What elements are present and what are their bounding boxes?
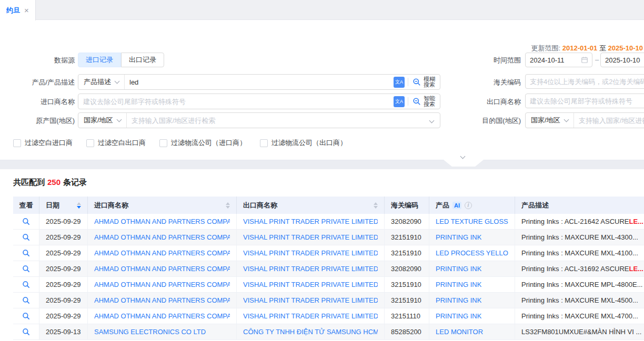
checkbox-filter-blank-exporter[interactable]: 过滤空白出口商 [86,138,146,148]
tab-close-icon[interactable]: × [24,6,29,15]
smart-search-button[interactable]: 智能搜索 [408,96,440,107]
date-cell: 2025-09-29 [39,261,88,276]
fuzzy-label-2: 搜索 [424,81,435,88]
header-label: 海关编码 [391,201,418,210]
exporter-search-input[interactable] [525,94,644,108]
export-records-button[interactable]: 出口记录 [121,53,164,67]
importer-link[interactable]: AHMAD OTHMAN AND PARTNERS COMPA... [94,281,230,288]
view-record-button[interactable] [22,265,30,273]
exporter-link[interactable]: VISHAL PRINT TRADER PRIVATE LIMITED [243,265,378,273]
description-cell: Printing Inks : ACL-21642 ASCURE LE... [515,214,644,229]
product-cell: PRINTING INK [429,293,515,308]
importer-link[interactable]: AHMAD OTHMAN AND PARTNERS COMPA... [94,312,230,320]
product-cell: PRINTING INK [429,230,515,245]
importer-link[interactable]: AHMAD OTHMAN AND PARTNERS COMPA... [94,218,230,225]
product-link[interactable]: LED MONITOR [436,328,483,336]
tab-bar: 约旦 × [0,0,644,20]
product-link[interactable]: PRINTING INK [436,233,481,241]
view-record-button[interactable] [22,233,30,241]
datasource-label: 数据源 [11,56,75,65]
checkbox-icon[interactable] [86,139,94,147]
sort-control-date[interactable] [77,202,81,209]
hs-code-cell: 32082090 [385,214,429,229]
checkbox-icon[interactable] [260,139,268,147]
view-cell [13,230,39,245]
time-end-input[interactable] [600,53,644,67]
exporter-link[interactable]: VISHAL PRINT TRADER PRIVATE LIMITED [243,249,378,257]
importer-cell: AHMAD OTHMAN AND PARTNERS COMPA... [88,261,237,276]
product-link[interactable]: PRINTING INK [436,296,481,304]
smart-label-2: 搜索 [424,101,435,107]
translate-icon[interactable]: 文A [394,96,405,107]
count-prefix: 共匹配到 [13,178,45,187]
importer-link[interactable]: AHMAD OTHMAN AND PARTNERS COMPA... [94,296,230,304]
product-link[interactable]: PRINTING INK [436,312,481,320]
country-select-value: 国家/地区 [531,116,560,125]
update-range-end: 2025-10-10 [608,44,643,52]
importer-link[interactable]: SAMSUNG ELECTRONICS CO LTD [94,328,206,336]
fuzzy-search-button[interactable]: 模糊搜索 [408,76,440,88]
checkbox-filter-blank-importer[interactable]: 过滤空白进口商 [13,138,73,148]
checkbox-filter-logistics-importer[interactable]: 过滤物流公司（进口商） [159,138,246,148]
product-link[interactable]: LED TEXTURE GLOSS ... [436,218,508,225]
checkbox-icon[interactable] [13,139,21,147]
product-link[interactable]: PRINTING INK [436,265,481,273]
table-row: 2025-09-29AHMAD OTHMAN AND PARTNERS COMP… [13,293,644,308]
checkbox-filter-logistics-exporter[interactable]: 过滤物流公司（出口商） [260,138,347,148]
calendar-icon[interactable] [581,56,588,65]
filter-checkboxes: 过滤空白进口商 过滤空白出口商 过滤物流公司（进口商） 过滤物流公司（出口商） [13,138,347,148]
table-row: 2025-09-29AHMAD OTHMAN AND PARTNERS COMP… [13,245,644,261]
product-cell: PRINTING INK [429,277,515,292]
importer-search-input[interactable] [78,98,390,106]
filter-panel: 更新范围: 2012-01-01 至 2025-10-10 数据源 进口记录 出… [0,20,644,160]
view-record-button[interactable] [22,281,30,288]
view-record-button[interactable] [22,328,30,336]
import-records-button[interactable]: 进口记录 [78,53,121,67]
tab-label: 约旦 [6,6,20,15]
exporter-link[interactable]: VISHAL PRINT TRADER PRIVATE LIMITED [243,312,378,320]
exporter-link[interactable]: VISHAL PRINT TRADER PRIVATE LIMITED [243,233,378,241]
view-record-button[interactable] [22,296,30,304]
origin-country-select[interactable]: 国家/地区 [78,113,127,128]
checkbox-label: 过滤空白进口商 [25,138,73,148]
description-cell: Printing Inks : MAXCURE MXL-4700... [515,308,644,324]
country-select-value: 国家/地区 [84,116,113,125]
product-link[interactable]: LED PROCESS YELLOW... [436,249,508,257]
exporter-link[interactable]: VISHAL PRINT TRADER PRIVATE LIMITED [243,296,378,304]
translate-icon[interactable]: 文A [394,77,405,88]
date-cell: 2025-09-29 [39,293,88,308]
view-record-button[interactable] [22,249,30,257]
exporter-cell: VISHAL PRINT TRADER PRIVATE LIMITED [237,245,385,261]
description-text: Printing Inks : ACL-21642 ASCURE [521,218,629,225]
view-cell [13,308,39,324]
sort-control-importer[interactable] [226,202,230,209]
info-icon[interactable]: i [465,202,472,209]
exporter-link[interactable]: VISHAL PRINT TRADER PRIVATE LIMITED [243,218,378,225]
product-type-select[interactable]: 产品描述 [78,75,125,89]
header-importer: 进口商名称 [88,197,237,214]
product-search-input[interactable] [125,78,390,86]
destination-country-select[interactable]: 国家/地区 [526,113,574,128]
importer-link[interactable]: AHMAD OTHMAN AND PARTNERS COMPA... [94,249,230,257]
description-text: Printing Inks : MAXCURE MXL-4700... [521,312,638,320]
importer-link[interactable]: AHMAD OTHMAN AND PARTNERS COMPA... [94,265,230,273]
product-label: 产品/产品描述 [11,78,75,87]
date-cell: 2025-09-29 [39,245,88,261]
view-record-button[interactable] [22,312,30,320]
tab-jordan[interactable]: 约旦 × [0,0,36,20]
origin-country-input[interactable] [127,117,428,125]
origin-country-group: 国家/地区 [78,112,440,128]
product-link[interactable]: PRINTING INK [436,281,481,288]
exporter-cell: VISHAL PRINT TRADER PRIVATE LIMITED [237,277,385,292]
exporter-link[interactable]: VISHAL PRINT TRADER PRIVATE LIMITED [243,281,378,288]
exporter-link[interactable]: CÔNG TY TNHH ĐIỆN TỬ SAMSUNG HCMC... [243,328,378,336]
destination-country-input[interactable] [574,117,644,125]
hs-code-input[interactable] [525,74,644,89]
hs-code-cell: 32151910 [385,277,429,292]
header-label: 产品 [436,201,449,210]
sort-control-exporter[interactable] [374,202,378,209]
checkbox-icon[interactable] [159,139,167,147]
importer-link[interactable]: AHMAD OTHMAN AND PARTNERS COMPA... [94,233,230,241]
view-record-button[interactable] [22,218,30,225]
description-cell: LS32FM801UMXUE#&MÀN HÌNH VI ... [515,324,644,339]
